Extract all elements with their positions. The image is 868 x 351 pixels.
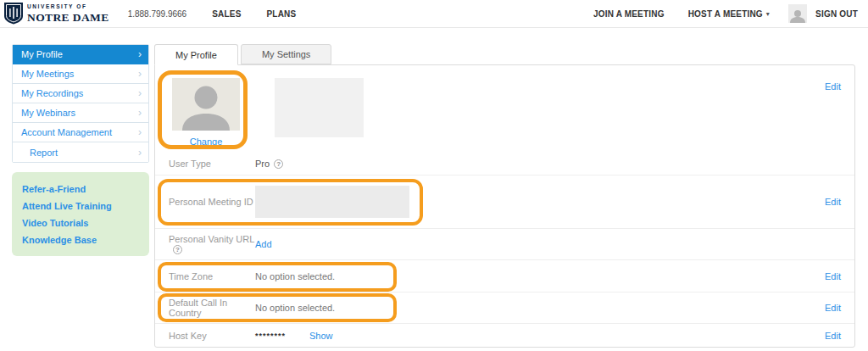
- profile-avatar-placeholder: [172, 78, 240, 131]
- sign-out-link[interactable]: SIGN OUT: [815, 9, 858, 19]
- edit-profile-link[interactable]: Edit: [825, 81, 841, 92]
- profile-photo-column: Change: [172, 78, 240, 147]
- logo-line1: UNIVERSITY OF: [27, 4, 109, 10]
- time-zone-label: Time Zone: [169, 271, 255, 281]
- profile-photo-row: Change Edit: [155, 65, 854, 153]
- help-icon[interactable]: [274, 159, 283, 169]
- notre-dame-logo[interactable]: UNIVERSITY OF NOTRE DAME: [3, 2, 109, 26]
- time-zone-value: No option selected.: [255, 271, 335, 281]
- user-type-label: User Type: [169, 159, 255, 169]
- resources-box: Refer-a-Friend Attend Live Training Vide…: [12, 172, 149, 256]
- sidebar-item-label: My Profile: [21, 49, 63, 59]
- user-type-value: Pro: [255, 159, 270, 169]
- chevron-right-icon: [138, 88, 142, 98]
- sidebar-item-my-meetings[interactable]: My Meetings: [13, 64, 148, 84]
- host-a-meeting-dropdown[interactable]: HOST A MEETING ▾: [688, 9, 770, 19]
- edit-time-zone-link[interactable]: Edit: [825, 271, 841, 281]
- main-content: My Profile My Settings Change Edit User …: [154, 44, 855, 348]
- chevron-down-icon: ▾: [766, 10, 770, 18]
- user-type-row: User Type Pro: [155, 153, 854, 176]
- host-key-label: Host Key: [169, 331, 255, 341]
- sidebar-item-label: My Meetings: [21, 69, 74, 79]
- host-key-masked-value: ********: [255, 332, 286, 340]
- chevron-right-icon: [138, 127, 142, 137]
- sidebar-item-label: Report: [30, 148, 58, 158]
- chevron-right-icon: [138, 108, 142, 118]
- redacted-meeting-id-block: [255, 186, 409, 218]
- refer-a-friend-link[interactable]: Refer-a-Friend: [22, 181, 139, 198]
- sidebar-item-my-webinars[interactable]: My Webinars: [13, 103, 148, 123]
- personal-vanity-url-row: Personal Vanity URL Add: [155, 229, 854, 260]
- default-call-in-country-row: Default Call In Country No option select…: [155, 292, 854, 324]
- add-vanity-url-link[interactable]: Add: [255, 239, 272, 249]
- change-photo-link[interactable]: Change: [190, 136, 223, 147]
- profile-tabs: My Profile My Settings: [154, 44, 855, 64]
- edit-host-key-link[interactable]: Edit: [825, 331, 841, 341]
- tab-my-settings[interactable]: My Settings: [241, 44, 331, 64]
- edit-default-call-in-country-link[interactable]: Edit: [825, 303, 841, 313]
- logo-text: UNIVERSITY OF NOTRE DAME: [27, 4, 109, 23]
- default-call-in-country-label: Default Call In Country: [169, 298, 255, 318]
- personal-meeting-id-label: Personal Meeting ID: [169, 197, 255, 207]
- logo-line2: NOTRE DAME: [27, 12, 109, 24]
- phone-number: 1.888.799.9666: [128, 9, 187, 19]
- sidebar-item-account-management[interactable]: Account Management: [13, 123, 148, 142]
- sidebar-item-label: Account Management: [21, 127, 112, 137]
- host-key-row: Host Key ******** Show Edit: [155, 324, 854, 347]
- profile-panel: Change Edit User Type Pro Personal Meeti…: [154, 64, 855, 348]
- top-header: UNIVERSITY OF NOTRE DAME 1.888.799.9666 …: [0, 0, 868, 28]
- personal-vanity-url-text: Personal Vanity URL: [169, 234, 254, 244]
- edit-personal-meeting-id-link[interactable]: Edit: [825, 197, 841, 207]
- sidebar-item-label: My Webinars: [21, 108, 75, 118]
- video-tutorials-link[interactable]: Video Tutorials: [22, 214, 139, 231]
- redacted-name-block: [275, 78, 364, 137]
- sidebar-item-label: My Recordings: [21, 88, 83, 98]
- sidebar-menu: My Profile My Meetings My Recordings My …: [12, 44, 149, 163]
- personal-vanity-url-label: Personal Vanity URL: [169, 234, 255, 254]
- show-host-key-link[interactable]: Show: [309, 331, 333, 341]
- attend-live-training-link[interactable]: Attend Live Training: [22, 198, 139, 214]
- header-right-nav: JOIN A MEETING HOST A MEETING ▾ SIGN OUT: [570, 4, 858, 23]
- knowledge-base-link[interactable]: Knowledge Base: [22, 231, 139, 248]
- chevron-right-icon: [138, 148, 142, 158]
- notre-dame-shield-icon: [3, 2, 24, 26]
- nav-sales[interactable]: SALES: [212, 9, 241, 19]
- help-icon[interactable]: [173, 245, 182, 254]
- chevron-right-icon: [138, 69, 142, 79]
- nav-plans[interactable]: PLANS: [267, 9, 297, 19]
- sidebar-item-my-profile[interactable]: My Profile: [13, 45, 148, 64]
- default-call-in-country-value: No option selected.: [255, 303, 335, 313]
- tab-my-profile[interactable]: My Profile: [154, 44, 238, 65]
- time-zone-row: Time Zone No option selected. Edit: [155, 260, 854, 292]
- sidebar-item-my-recordings[interactable]: My Recordings: [13, 84, 148, 103]
- sidebar: My Profile My Meetings My Recordings My …: [12, 44, 149, 256]
- personal-meeting-id-row: Personal Meeting ID Edit: [155, 176, 854, 229]
- chevron-right-icon: [138, 49, 142, 59]
- user-avatar[interactable]: [788, 4, 807, 23]
- sidebar-item-report[interactable]: Report: [13, 142, 148, 162]
- host-a-meeting-label: HOST A MEETING: [688, 9, 763, 19]
- join-a-meeting-link[interactable]: JOIN A MEETING: [593, 9, 665, 19]
